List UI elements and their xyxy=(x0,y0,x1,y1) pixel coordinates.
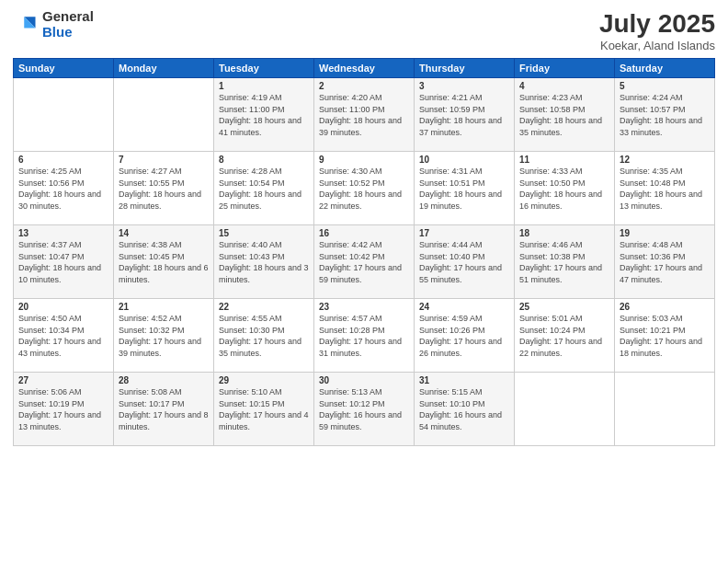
day-info: Sunrise: 5:08 AM Sunset: 10:17 PM Daylig… xyxy=(119,386,209,432)
header-saturday: Saturday xyxy=(615,59,715,78)
day-number: 4 xyxy=(519,81,609,91)
day-number: 16 xyxy=(319,228,409,238)
day-info: Sunrise: 5:01 AM Sunset: 10:24 PM Daylig… xyxy=(519,313,609,359)
day-number: 7 xyxy=(119,155,209,165)
logo: General Blue xyxy=(13,9,94,40)
day-number: 30 xyxy=(319,375,409,385)
header-friday: Friday xyxy=(515,59,615,78)
day-number: 5 xyxy=(620,81,710,91)
day-cell-0-5: 4Sunrise: 4:23 AM Sunset: 10:58 PM Dayli… xyxy=(515,78,615,152)
day-cell-0-6: 5Sunrise: 4:24 AM Sunset: 10:57 PM Dayli… xyxy=(615,78,715,152)
day-number: 13 xyxy=(18,228,108,238)
header-wednesday: Wednesday xyxy=(314,59,415,78)
day-cell-2-4: 17Sunrise: 4:44 AM Sunset: 10:40 PM Dayl… xyxy=(415,225,515,299)
day-number: 9 xyxy=(319,155,409,165)
week-row-5: 27Sunrise: 5:06 AM Sunset: 10:19 PM Dayl… xyxy=(14,373,715,446)
day-number: 29 xyxy=(219,375,309,385)
day-cell-1-1: 7Sunrise: 4:27 AM Sunset: 10:55 PM Dayli… xyxy=(114,152,214,225)
day-number: 10 xyxy=(419,155,509,165)
day-cell-1-0: 6Sunrise: 4:25 AM Sunset: 10:56 PM Dayli… xyxy=(14,152,114,225)
day-cell-2-1: 14Sunrise: 4:38 AM Sunset: 10:45 PM Dayl… xyxy=(114,225,214,299)
day-info: Sunrise: 4:33 AM Sunset: 10:50 PM Daylig… xyxy=(519,166,609,212)
week-row-3: 13Sunrise: 4:37 AM Sunset: 10:47 PM Dayl… xyxy=(14,225,715,299)
day-number: 8 xyxy=(219,155,309,165)
day-number: 31 xyxy=(419,375,509,385)
day-info: Sunrise: 4:40 AM Sunset: 10:43 PM Daylig… xyxy=(219,239,309,285)
day-cell-4-2: 29Sunrise: 5:10 AM Sunset: 10:15 PM Dayl… xyxy=(214,373,314,446)
header-thursday: Thursday xyxy=(415,59,515,78)
day-number: 11 xyxy=(519,155,609,165)
day-cell-3-0: 20Sunrise: 4:50 AM Sunset: 10:34 PM Dayl… xyxy=(14,299,114,373)
day-number: 20 xyxy=(18,302,108,312)
day-info: Sunrise: 5:13 AM Sunset: 10:12 PM Daylig… xyxy=(319,386,409,432)
day-info: Sunrise: 4:20 AM Sunset: 11:00 PM Daylig… xyxy=(319,92,409,138)
day-info: Sunrise: 5:06 AM Sunset: 10:19 PM Daylig… xyxy=(18,386,108,432)
logo-blue-text: Blue xyxy=(42,25,94,40)
day-number: 22 xyxy=(219,302,309,312)
header-sunday: Sunday xyxy=(14,59,114,78)
logo-icon xyxy=(13,12,39,38)
day-info: Sunrise: 4:37 AM Sunset: 10:47 PM Daylig… xyxy=(18,239,108,285)
day-cell-1-5: 11Sunrise: 4:33 AM Sunset: 10:50 PM Dayl… xyxy=(515,152,615,225)
day-info: Sunrise: 4:25 AM Sunset: 10:56 PM Daylig… xyxy=(18,166,108,212)
day-info: Sunrise: 4:57 AM Sunset: 10:28 PM Daylig… xyxy=(319,313,409,359)
day-info: Sunrise: 4:50 AM Sunset: 10:34 PM Daylig… xyxy=(18,313,108,359)
day-info: Sunrise: 4:21 AM Sunset: 10:59 PM Daylig… xyxy=(419,92,509,138)
day-info: Sunrise: 4:55 AM Sunset: 10:30 PM Daylig… xyxy=(219,313,309,359)
logo-general-text: General xyxy=(42,9,94,25)
day-cell-3-4: 24Sunrise: 4:59 AM Sunset: 10:26 PM Dayl… xyxy=(415,299,515,373)
day-cell-2-0: 13Sunrise: 4:37 AM Sunset: 10:47 PM Dayl… xyxy=(14,225,114,299)
day-cell-1-6: 12Sunrise: 4:35 AM Sunset: 10:48 PM Dayl… xyxy=(615,152,715,225)
day-info: Sunrise: 4:30 AM Sunset: 10:52 PM Daylig… xyxy=(319,166,409,212)
weekday-header-row: Sunday Monday Tuesday Wednesday Thursday… xyxy=(14,59,715,78)
day-info: Sunrise: 4:46 AM Sunset: 10:38 PM Daylig… xyxy=(519,239,609,285)
day-cell-4-5 xyxy=(515,373,615,446)
day-cell-3-5: 25Sunrise: 5:01 AM Sunset: 10:24 PM Dayl… xyxy=(515,299,615,373)
logo-text: General Blue xyxy=(42,9,94,40)
day-cell-2-2: 15Sunrise: 4:40 AM Sunset: 10:43 PM Dayl… xyxy=(214,225,314,299)
day-number: 18 xyxy=(519,228,609,238)
day-cell-0-3: 2Sunrise: 4:20 AM Sunset: 11:00 PM Dayli… xyxy=(314,78,415,152)
day-number: 12 xyxy=(620,155,710,165)
header-tuesday: Tuesday xyxy=(214,59,314,78)
month-title: July 2025 xyxy=(599,9,715,39)
day-info: Sunrise: 5:10 AM Sunset: 10:15 PM Daylig… xyxy=(219,386,309,432)
day-cell-1-2: 8Sunrise: 4:28 AM Sunset: 10:54 PM Dayli… xyxy=(214,152,314,225)
day-cell-4-3: 30Sunrise: 5:13 AM Sunset: 10:12 PM Dayl… xyxy=(314,373,415,446)
day-info: Sunrise: 4:24 AM Sunset: 10:57 PM Daylig… xyxy=(620,92,710,138)
day-info: Sunrise: 4:44 AM Sunset: 10:40 PM Daylig… xyxy=(419,239,509,285)
day-info: Sunrise: 4:59 AM Sunset: 10:26 PM Daylig… xyxy=(419,313,509,359)
day-cell-4-4: 31Sunrise: 5:15 AM Sunset: 10:10 PM Dayl… xyxy=(415,373,515,446)
day-number: 23 xyxy=(319,302,409,312)
day-cell-4-6 xyxy=(615,373,715,446)
header-monday: Monday xyxy=(114,59,214,78)
day-cell-0-4: 3Sunrise: 4:21 AM Sunset: 10:59 PM Dayli… xyxy=(415,78,515,152)
calendar-page: General Blue July 2025 Koekar, Aland Isl… xyxy=(0,0,728,563)
day-cell-2-3: 16Sunrise: 4:42 AM Sunset: 10:42 PM Dayl… xyxy=(314,225,415,299)
day-info: Sunrise: 4:52 AM Sunset: 10:32 PM Daylig… xyxy=(119,313,209,359)
week-row-1: 1Sunrise: 4:19 AM Sunset: 11:00 PM Dayli… xyxy=(14,78,715,152)
day-cell-3-3: 23Sunrise: 4:57 AM Sunset: 10:28 PM Dayl… xyxy=(314,299,415,373)
day-info: Sunrise: 5:03 AM Sunset: 10:21 PM Daylig… xyxy=(620,313,710,359)
day-cell-3-1: 21Sunrise: 4:52 AM Sunset: 10:32 PM Dayl… xyxy=(114,299,214,373)
day-info: Sunrise: 5:15 AM Sunset: 10:10 PM Daylig… xyxy=(419,386,509,432)
day-info: Sunrise: 4:19 AM Sunset: 11:00 PM Daylig… xyxy=(219,92,309,138)
day-info: Sunrise: 4:27 AM Sunset: 10:55 PM Daylig… xyxy=(119,166,209,212)
day-info: Sunrise: 4:35 AM Sunset: 10:48 PM Daylig… xyxy=(620,166,710,212)
day-cell-2-6: 19Sunrise: 4:48 AM Sunset: 10:36 PM Dayl… xyxy=(615,225,715,299)
day-number: 14 xyxy=(119,228,209,238)
day-cell-3-2: 22Sunrise: 4:55 AM Sunset: 10:30 PM Dayl… xyxy=(214,299,314,373)
day-info: Sunrise: 4:31 AM Sunset: 10:51 PM Daylig… xyxy=(419,166,509,212)
day-cell-0-2: 1Sunrise: 4:19 AM Sunset: 11:00 PM Dayli… xyxy=(214,78,314,152)
day-cell-0-1 xyxy=(114,78,214,152)
day-cell-3-6: 26Sunrise: 5:03 AM Sunset: 10:21 PM Dayl… xyxy=(615,299,715,373)
day-info: Sunrise: 4:28 AM Sunset: 10:54 PM Daylig… xyxy=(219,166,309,212)
day-cell-0-0 xyxy=(14,78,114,152)
day-cell-1-4: 10Sunrise: 4:31 AM Sunset: 10:51 PM Dayl… xyxy=(415,152,515,225)
day-number: 2 xyxy=(319,81,409,91)
day-number: 26 xyxy=(620,302,710,312)
day-number: 24 xyxy=(419,302,509,312)
day-number: 21 xyxy=(119,302,209,312)
day-number: 28 xyxy=(119,375,209,385)
week-row-4: 20Sunrise: 4:50 AM Sunset: 10:34 PM Dayl… xyxy=(14,299,715,373)
